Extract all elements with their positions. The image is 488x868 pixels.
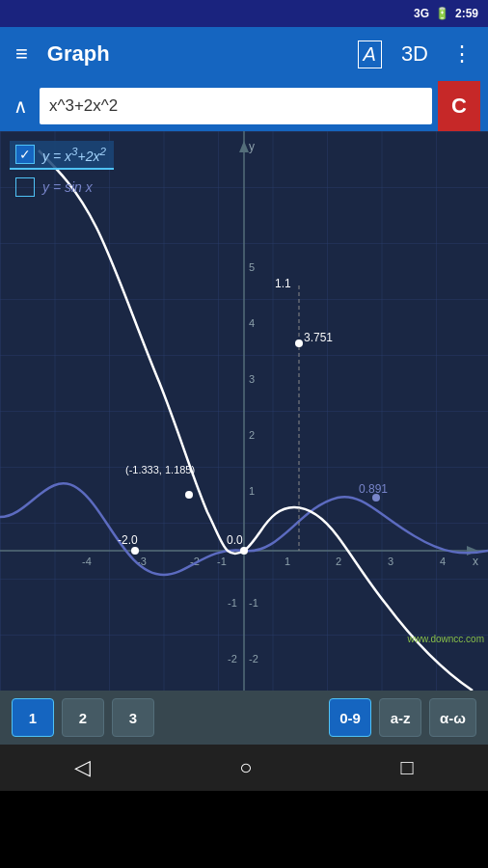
svg-text:2: 2 [336, 556, 341, 567]
legend-item-sine[interactable]: y = sin x [10, 174, 114, 201]
clear-button[interactable]: C [438, 81, 480, 131]
svg-text:3.751: 3.751 [304, 331, 333, 344]
svg-text:-2: -2 [249, 653, 258, 665]
svg-text:1.1: 1.1 [275, 277, 291, 290]
time-display: 2:59 [455, 7, 478, 20]
svg-text:5: 5 [249, 261, 255, 273]
kbd-btn-az[interactable]: a-z [379, 698, 421, 737]
svg-text:3: 3 [388, 556, 393, 567]
page-title: Graph [47, 41, 342, 67]
svg-point-27 [295, 339, 303, 347]
legend-checkbox-cubic[interactable]: ✓ [15, 145, 35, 164]
svg-text:1: 1 [285, 556, 290, 567]
svg-text:(-1.333, 1.185): (-1.333, 1.185) [125, 464, 195, 475]
svg-text:4: 4 [440, 556, 446, 567]
svg-text:2: 2 [249, 429, 255, 441]
svg-text:1: 1 [249, 485, 255, 497]
status-bar: 3G 🔋 2:59 [0, 0, 488, 27]
nav-bar: ◁ ○ □ [0, 745, 488, 791]
legend-checkbox-sine[interactable] [15, 177, 35, 197]
keyboard-area: 1 2 3 0-9 a-z α-ω [0, 691, 488, 745]
legend: ✓ y = x3+2x2 y = sin x [10, 141, 114, 201]
svg-text:-4: -4 [82, 556, 92, 567]
svg-point-29 [185, 491, 193, 499]
svg-point-31 [131, 547, 139, 555]
svg-point-33 [240, 547, 248, 555]
threed-button[interactable]: 3D [397, 38, 432, 70]
equation-input[interactable] [40, 88, 432, 124]
svg-text:0.891: 0.891 [359, 482, 388, 496]
legend-label-sine: y = sin x [42, 179, 93, 195]
kbd-btn-3[interactable]: 3 [112, 698, 154, 737]
back-button[interactable]: ◁ [55, 747, 110, 788]
more-icon[interactable]: ⋮ [447, 38, 476, 70]
home-button[interactable]: ○ [220, 747, 271, 788]
svg-text:y: y [249, 140, 255, 153]
svg-text:-2.0: -2.0 [118, 533, 138, 547]
svg-text:-1: -1 [228, 597, 237, 609]
collapse-icon[interactable]: ∧ [8, 91, 34, 122]
graph-svg: y x -4 -3 -2 -1 1 2 3 4 5 4 3 2 1 -1 -2 … [0, 131, 488, 691]
svg-text:-1: -1 [249, 597, 258, 609]
kbd-btn-alpha[interactable]: α-ω [429, 698, 476, 737]
menu-icon[interactable]: ≡ [12, 38, 32, 70]
kbd-btn-1[interactable]: 1 [12, 698, 54, 737]
legend-label-cubic: y = x3+2x2 [42, 145, 106, 164]
svg-text:3: 3 [249, 373, 255, 385]
kbd-btn-2[interactable]: 2 [62, 698, 104, 737]
svg-text:-2: -2 [228, 653, 237, 665]
svg-text:-1: -1 [217, 556, 227, 567]
legend-item-cubic[interactable]: ✓ y = x3+2x2 [10, 141, 114, 170]
svg-text:x: x [473, 555, 478, 568]
recents-button[interactable]: □ [382, 747, 433, 788]
battery-icon: 🔋 [435, 7, 449, 20]
input-area: ∧ C [0, 81, 488, 131]
font-icon[interactable]: A [358, 41, 382, 68]
svg-text:4: 4 [249, 317, 255, 329]
signal-icon: 3G [414, 7, 429, 20]
toolbar: ≡ Graph A 3D ⋮ [0, 27, 488, 81]
graph-area[interactable]: y x -4 -3 -2 -1 1 2 3 4 5 4 3 2 1 -1 -2 … [0, 131, 488, 691]
watermark: www.downcc.com [408, 634, 484, 644]
kbd-btn-09[interactable]: 0-9 [329, 698, 371, 737]
svg-text:0.0: 0.0 [227, 533, 243, 547]
